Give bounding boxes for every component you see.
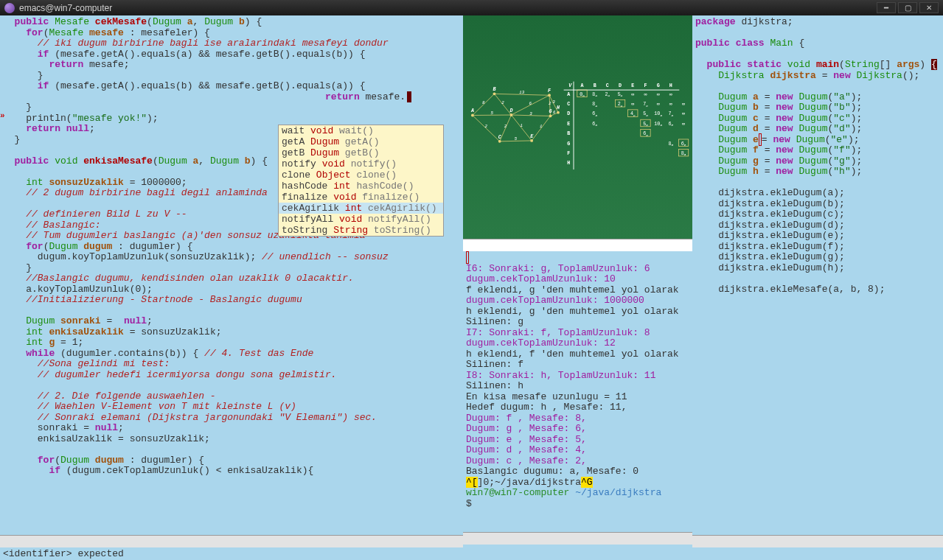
svg-point-32 xyxy=(498,140,501,143)
svg-text:∞: ∞ xyxy=(682,101,685,107)
svg-text:6E: 6E xyxy=(669,121,674,127)
svg-text:2A: 2A xyxy=(618,101,623,107)
svg-text:13: 13 xyxy=(519,90,524,95)
svg-point-38 xyxy=(548,94,551,97)
svg-text:1: 1 xyxy=(540,124,542,129)
svg-text:F: F xyxy=(644,83,647,88)
svg-text:6E: 6E xyxy=(681,141,686,147)
svg-text:5: 5 xyxy=(490,111,493,116)
svg-text:3: 3 xyxy=(552,99,555,105)
svg-text:D: D xyxy=(509,108,512,113)
svg-text:∞: ∞ xyxy=(669,101,672,107)
svg-text:5D: 5D xyxy=(643,121,648,127)
svg-text:B: B xyxy=(594,83,596,88)
close-button[interactable]: ✕ xyxy=(919,2,939,13)
right-pane[interactable]: package dijkstra; public class Main { pu… xyxy=(692,15,943,545)
svg-text:5A: 5A xyxy=(618,91,623,97)
svg-text:E: E xyxy=(567,121,570,127)
svg-text:10D: 10D xyxy=(654,111,662,116)
svg-text:2: 2 xyxy=(549,101,551,106)
completion-item[interactable]: cekAgirlik int cekAgirlik() xyxy=(279,203,443,214)
svg-point-40 xyxy=(549,115,552,118)
graph-modeline: (Unix)--- dijkstra_.png All (295,414) (I… xyxy=(463,239,692,251)
svg-text:∞: ∞ xyxy=(657,101,660,107)
svg-text:H: H xyxy=(669,83,672,88)
minimize-button[interactable]: ━ xyxy=(877,2,896,13)
svg-text:V: V xyxy=(568,83,572,88)
svg-point-30 xyxy=(493,92,496,95)
svg-text:B: B xyxy=(493,86,496,92)
svg-text:2: 2 xyxy=(504,124,507,129)
svg-text:8G: 8G xyxy=(669,141,674,147)
completion-item[interactable]: hashCode int hashCode() xyxy=(279,181,443,192)
code-editor-left[interactable]: public Mesafe cekMesafe(Dugum a, Dugum b… xyxy=(0,15,463,478)
minibuffer[interactable]: <identifier> expected xyxy=(0,547,943,560)
svg-text:A: A xyxy=(580,83,583,88)
svg-text:8A: 8A xyxy=(592,91,597,97)
svg-text:1: 1 xyxy=(521,124,523,129)
window-controls: ━ ▢ ✕ xyxy=(877,2,939,13)
svg-text:D: D xyxy=(619,83,622,88)
svg-text:H: H xyxy=(567,160,570,166)
titlebar: emacs@win7-computer ━ ▢ ✕ xyxy=(0,0,943,15)
completion-popup[interactable]: wait void wait()getA Dugum getA()getB Du… xyxy=(278,125,444,237)
maximize-button[interactable]: ▢ xyxy=(898,2,917,13)
svg-text:C: C xyxy=(606,83,609,88)
completion-item[interactable]: notify void notify() xyxy=(279,158,443,169)
svg-text:∞: ∞ xyxy=(682,121,685,127)
svg-text:8G: 8G xyxy=(681,150,686,156)
svg-text:8: 8 xyxy=(482,100,485,105)
svg-text:2: 2 xyxy=(501,100,504,105)
svg-text:7C: 7C xyxy=(643,101,648,107)
svg-text:∞: ∞ xyxy=(657,91,660,97)
svg-text:∞: ∞ xyxy=(631,91,634,97)
completion-item[interactable]: wait void wait() xyxy=(279,125,443,136)
left-modeline: -(Unix)**- Dijkstra.java 22% (52,71) (Ja… xyxy=(0,535,463,547)
svg-text:6D: 6D xyxy=(592,111,597,116)
svg-text:6: 6 xyxy=(529,101,532,106)
svg-text:G: G xyxy=(657,83,660,88)
fringe-arrow-icon: » xyxy=(0,111,5,120)
svg-text:D: D xyxy=(567,111,570,116)
svg-text:5D: 5D xyxy=(643,111,648,116)
completion-item[interactable]: toString String toString() xyxy=(279,225,443,236)
completion-item[interactable]: getA Dugum getA() xyxy=(279,136,443,147)
svg-text:7D: 7D xyxy=(669,111,674,116)
svg-text:F: F xyxy=(567,150,570,156)
svg-text:3: 3 xyxy=(529,111,532,116)
code-editor-right[interactable]: package dijkstra; public class Main { pu… xyxy=(692,15,943,296)
svg-text:A: A xyxy=(470,108,474,113)
svg-text:2: 2 xyxy=(485,124,488,129)
svg-text:∞: ∞ xyxy=(644,91,647,97)
svg-text:∞: ∞ xyxy=(682,111,685,116)
completion-item[interactable]: notifyAll void notifyAll() xyxy=(279,214,443,225)
svg-text:0A: 0A xyxy=(580,91,585,97)
svg-text:5: 5 xyxy=(515,136,518,141)
left-pane[interactable]: » public Mesafe cekMesafe(Dugum a, Dugum… xyxy=(0,15,463,545)
svg-text:E: E xyxy=(631,83,634,88)
graph-image-pane: 825213251631236ABCDEFGHVABCDEFGHA0A8A2A5… xyxy=(463,15,692,239)
svg-text:6D: 6D xyxy=(643,130,648,136)
shell-pane[interactable]: I6: Sonraki: g, ToplamUzunluk: 6dugum.ce… xyxy=(463,251,692,532)
svg-point-28 xyxy=(471,114,474,117)
right-modeline: -(Unix)**- Main.java Top (12,11) xyxy=(692,535,943,547)
emacs-icon xyxy=(4,3,15,13)
svg-text:6D: 6D xyxy=(592,121,597,127)
svg-text:2A: 2A xyxy=(605,91,610,97)
shell-modeline: U:**- *shell* Bot (48,0) (S xyxy=(463,532,692,545)
svg-text:G: G xyxy=(567,141,570,147)
completion-item[interactable]: finalize void finalize() xyxy=(279,192,443,203)
svg-text:4C: 4C xyxy=(630,111,636,116)
svg-text:10D: 10D xyxy=(654,121,662,127)
svg-text:B: B xyxy=(567,130,570,136)
window-title: emacs@win7-computer xyxy=(19,3,112,13)
svg-point-34 xyxy=(510,113,513,116)
svg-text:8A: 8A xyxy=(592,101,597,107)
svg-text:∞: ∞ xyxy=(631,101,634,107)
svg-point-36 xyxy=(530,139,533,142)
svg-text:6: 6 xyxy=(553,110,556,115)
completion-item[interactable]: clone Object clone() xyxy=(279,169,443,181)
completion-item[interactable]: getB Dugum getB() xyxy=(279,147,443,158)
svg-point-42 xyxy=(557,111,560,114)
svg-text:C: C xyxy=(567,101,570,107)
